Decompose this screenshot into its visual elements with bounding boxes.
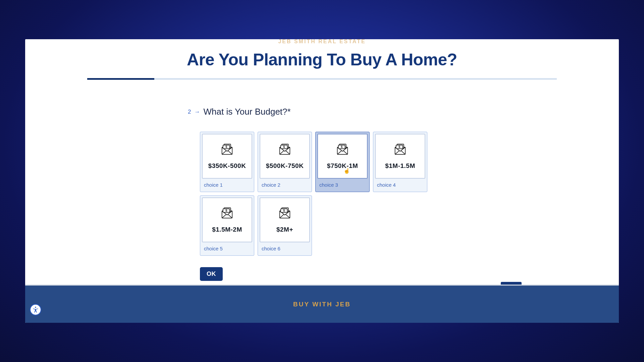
money-envelope-icon: $ $ (219, 206, 235, 220)
money-envelope-icon: $ $ (219, 143, 235, 156)
choice-card: $ $ $2M+ (260, 197, 310, 242)
brand-label: JEB SMITH REAL ESTATE (25, 39, 619, 45)
budget-choice-3[interactable]: $ $ $750K-1M ☝ choice 3 (315, 132, 370, 192)
budget-choice-5[interactable]: $ $ $1.5M-2M choice 5 (200, 195, 254, 256)
choice-label: choice 3 (317, 179, 368, 192)
svg-text:$: $ (225, 209, 227, 212)
budget-choice-6[interactable]: $ $ $2M+ choice 6 (258, 195, 312, 256)
question-header: 2 → What is Your Budget?* (188, 107, 429, 117)
question-area: 2 → What is Your Budget?* $ $ $350K-500K… (188, 107, 429, 281)
money-envelope-icon: $ $ (277, 206, 292, 220)
accessibility-button[interactable] (30, 304, 41, 315)
budget-choice-2[interactable]: $ $ $500K-750K choice 2 (258, 132, 312, 192)
choices-grid: $ $ $350K-500K choice 1 $ $ $500K-750K c… (200, 132, 435, 256)
svg-text:$: $ (283, 209, 285, 212)
question-text: What is Your Budget?* (203, 107, 290, 117)
nav-stub[interactable] (501, 282, 522, 285)
svg-text:$: $ (283, 145, 285, 148)
choice-card: $ $ $1.5M-2M (202, 197, 252, 242)
choice-amount: $350K-500K (208, 162, 246, 170)
question-number: 2 (188, 109, 191, 115)
choice-card: $ $ $750K-1M ☝ (317, 134, 368, 179)
money-envelope-icon: $ $ (392, 143, 408, 156)
footer-band: BUY WITH JEB (25, 285, 619, 323)
budget-choice-1[interactable]: $ $ $350K-500K choice 1 (200, 132, 254, 192)
progress-fill (87, 78, 154, 80)
svg-text:$: $ (398, 145, 400, 148)
svg-point-30 (35, 307, 36, 308)
arrow-right-icon: → (194, 109, 200, 115)
choice-amount: $750K-1M (327, 162, 358, 170)
svg-text:$: $ (341, 145, 342, 148)
budget-choice-4[interactable]: $ $ $1M-1.5M choice 4 (373, 132, 427, 192)
choice-amount: $500K-750K (266, 162, 304, 170)
money-envelope-icon: $ $ (277, 143, 292, 156)
choice-label: choice 6 (260, 242, 310, 255)
choice-label: choice 2 (260, 179, 310, 192)
svg-text:$: $ (225, 145, 227, 148)
page-title: Are You Planning To Buy A Home? (25, 50, 619, 69)
choice-card: $ $ $500K-750K (260, 134, 310, 179)
accessibility-icon (32, 306, 39, 313)
choice-card: $ $ $1M-1.5M (375, 134, 425, 179)
choice-amount: $1.5M-2M (212, 226, 242, 233)
choice-amount: $2M+ (276, 226, 293, 233)
ok-button[interactable]: OK (200, 267, 223, 281)
choice-label: choice 1 (202, 179, 252, 192)
choice-amount: $1M-1.5M (385, 162, 415, 170)
footer-text: BUY WITH JEB (293, 301, 351, 308)
choice-label: choice 4 (375, 179, 425, 192)
choice-card: $ $ $350K-500K (202, 134, 252, 179)
money-envelope-icon: $ $ (335, 143, 350, 156)
choice-label: choice 5 (202, 242, 252, 255)
form-viewport: JEB SMITH REAL ESTATE Are You Planning T… (25, 39, 619, 323)
progress-bar (87, 78, 557, 80)
